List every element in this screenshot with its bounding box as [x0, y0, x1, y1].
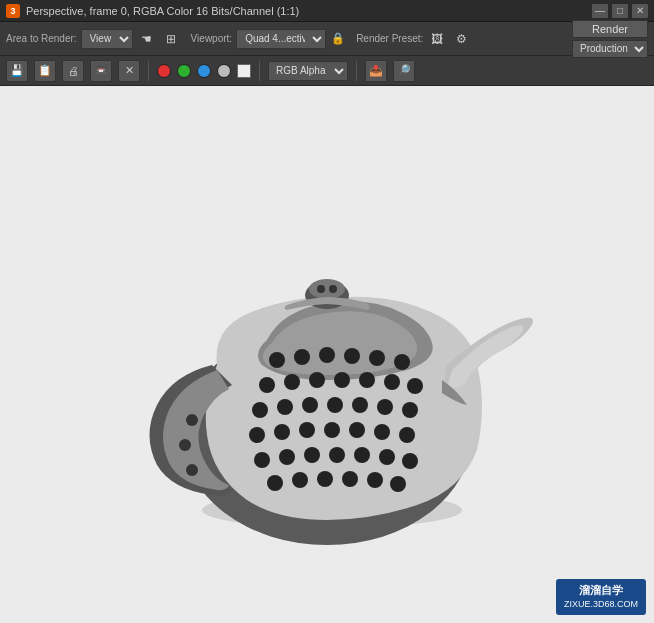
render-settings-button[interactable]: ⚙ [451, 29, 471, 49]
toolbar-display: 💾 📋 🖨 📼 ✕ RGB Alpha 📤 🔎 [0, 56, 654, 86]
render-preset-label: Render Preset: [356, 33, 423, 44]
svg-point-37 [292, 472, 308, 488]
svg-point-42 [186, 414, 198, 426]
hand-tool-button[interactable]: ☚ [137, 29, 157, 49]
channel-select[interactable]: RGB Alpha [268, 61, 348, 81]
svg-point-39 [342, 471, 358, 487]
svg-point-43 [179, 439, 191, 451]
svg-point-4 [319, 347, 335, 363]
viewport-group: Viewport: Quad 4...ective 🔒 [191, 29, 347, 49]
svg-point-24 [299, 422, 315, 438]
render-button[interactable]: Render [572, 20, 648, 38]
svg-point-14 [407, 378, 423, 394]
separator1 [148, 61, 149, 81]
svg-point-48 [329, 285, 337, 293]
svg-point-34 [379, 449, 395, 465]
svg-point-12 [359, 372, 375, 388]
print-button[interactable]: 🖨 [62, 60, 84, 82]
main-render-area: 溜溜自学 ZIXUE.3D68.COM [0, 86, 654, 623]
clone-button[interactable]: 📋 [34, 60, 56, 82]
separator3 [356, 61, 357, 81]
svg-point-11 [334, 372, 350, 388]
render-section: Render Production [572, 20, 648, 58]
svg-point-22 [249, 427, 265, 443]
production-select[interactable]: Production [572, 40, 648, 58]
svg-point-5 [344, 348, 360, 364]
region-button[interactable]: ⊞ [161, 29, 181, 49]
svg-point-27 [374, 424, 390, 440]
red-channel-button[interactable] [157, 64, 171, 78]
viewport-select[interactable]: Quad 4...ective [236, 29, 326, 49]
svg-point-26 [349, 422, 365, 438]
svg-point-17 [302, 397, 318, 413]
svg-point-29 [254, 452, 270, 468]
svg-point-38 [317, 471, 333, 487]
window-title: Perspective, frame 0, RGBA Color 16 Bits… [26, 5, 299, 17]
svg-point-31 [304, 447, 320, 463]
svg-point-47 [317, 285, 325, 293]
svg-point-8 [259, 377, 275, 393]
svg-point-41 [390, 476, 406, 492]
svg-point-44 [186, 464, 198, 476]
svg-point-32 [329, 447, 345, 463]
save-image-button[interactable]: 💾 [6, 60, 28, 82]
viewport-label: Viewport: [191, 33, 233, 44]
svg-point-15 [252, 402, 268, 418]
area-to-render-select[interactable]: View [81, 29, 133, 49]
svg-point-40 [367, 472, 383, 488]
green-channel-button[interactable] [177, 64, 191, 78]
svg-point-18 [327, 397, 343, 413]
title-bar: 3 Perspective, frame 0, RGBA Color 16 Bi… [0, 0, 654, 22]
blue-channel-button[interactable] [197, 64, 211, 78]
ram-player-button[interactable]: 📼 [90, 60, 112, 82]
view-button[interactable]: 🔎 [393, 60, 415, 82]
svg-point-7 [394, 354, 410, 370]
svg-point-35 [402, 453, 418, 469]
window-controls: — □ ✕ [592, 4, 648, 18]
area-to-render-label: Area to Render: [6, 33, 77, 44]
clear-button[interactable]: ✕ [118, 60, 140, 82]
svg-point-2 [269, 352, 285, 368]
teapot-render [117, 165, 537, 545]
svg-point-16 [277, 399, 293, 415]
svg-point-10 [309, 372, 325, 388]
svg-point-33 [354, 447, 370, 463]
production-select-row: Production [572, 40, 648, 58]
title-bar-left: 3 Perspective, frame 0, RGBA Color 16 Bi… [6, 4, 299, 18]
render-canvas: 溜溜自学 ZIXUE.3D68.COM [0, 86, 654, 623]
maximize-button[interactable]: □ [612, 4, 628, 18]
white-display-button[interactable] [237, 64, 251, 78]
copy-channel-button[interactable]: 📤 [365, 60, 387, 82]
toolbar-render-settings: Area to Render: View ☚ ⊞ Viewport: Quad … [0, 22, 654, 56]
svg-point-13 [384, 374, 400, 390]
close-button[interactable]: ✕ [632, 4, 648, 18]
svg-point-23 [274, 424, 290, 440]
svg-point-19 [352, 397, 368, 413]
svg-point-21 [402, 402, 418, 418]
minimize-button[interactable]: — [592, 4, 608, 18]
svg-point-46 [309, 279, 345, 299]
separator2 [259, 61, 260, 81]
svg-point-3 [294, 349, 310, 365]
render-options-button[interactable]: 🖼 [427, 29, 447, 49]
svg-point-9 [284, 374, 300, 390]
svg-point-20 [377, 399, 393, 415]
svg-point-36 [267, 475, 283, 491]
watermark-title: 溜溜自学 [564, 583, 638, 598]
svg-point-6 [369, 350, 385, 366]
svg-point-25 [324, 422, 340, 438]
lock-icon: 🔒 [330, 31, 346, 47]
area-to-render-group: Area to Render: View ☚ ⊞ [6, 29, 181, 49]
svg-point-30 [279, 449, 295, 465]
render-preset-group: Render Preset: 🖼 ⚙ [356, 29, 471, 49]
alpha-channel-button[interactable] [217, 64, 231, 78]
watermark: 溜溜自学 ZIXUE.3D68.COM [556, 579, 646, 615]
app-icon: 3 [6, 4, 20, 18]
svg-point-28 [399, 427, 415, 443]
watermark-url: ZIXUE.3D68.COM [564, 598, 638, 611]
